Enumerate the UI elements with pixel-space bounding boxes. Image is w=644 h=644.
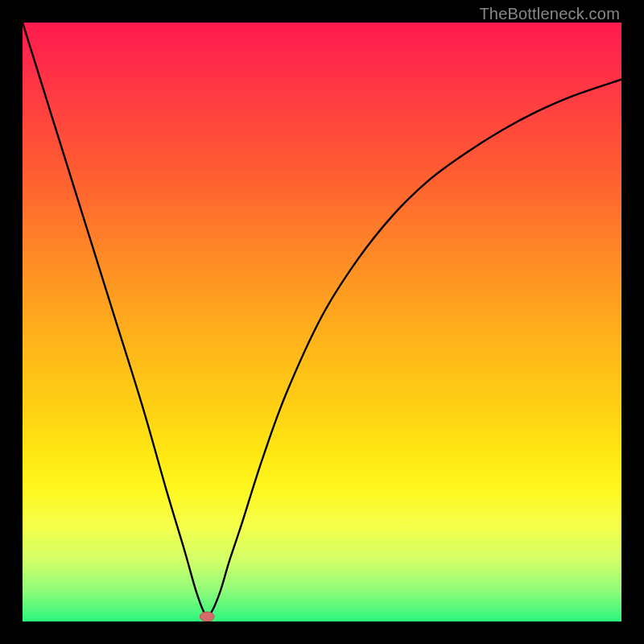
- attribution-text: TheBottleneck.com: [479, 5, 620, 23]
- bottleneck-chart: [23, 23, 621, 621]
- bottleneck-curve: [23, 23, 621, 617]
- minimum-point-marker: [200, 612, 214, 621]
- chart-frame: TheBottleneck.com: [0, 0, 644, 644]
- plot-area: [23, 23, 621, 621]
